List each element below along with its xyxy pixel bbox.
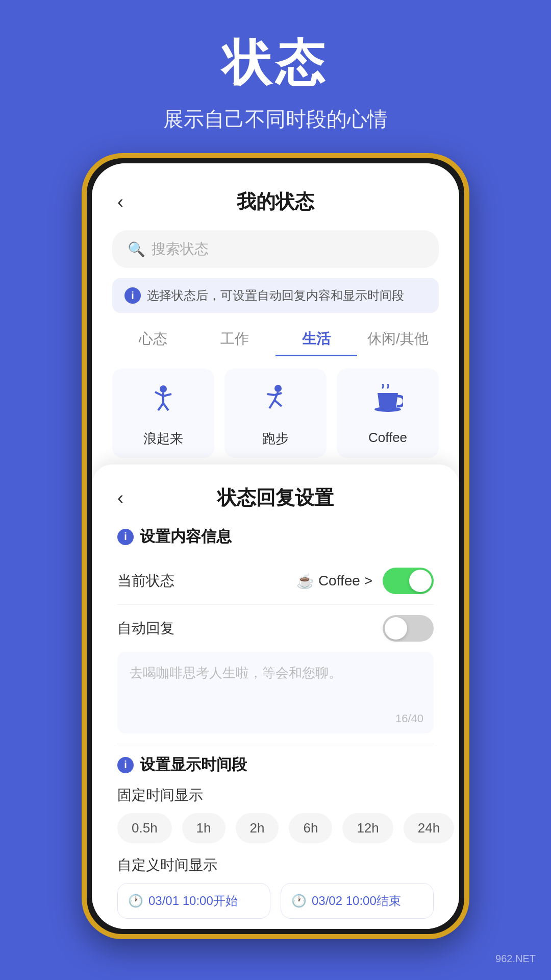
coffee-text: Coffee >	[318, 573, 372, 589]
info-text: 选择状态后，可设置自动回复内容和显示时间段	[147, 287, 404, 304]
run-label: 跑步	[262, 430, 289, 448]
current-status-row: 当前状态 ☕ Coffee >	[117, 557, 434, 605]
svg-line-9	[274, 393, 282, 395]
start-time-text: 03/01 10:00开始	[148, 893, 238, 909]
page-header: 状态 展示自己不同时段的心情	[0, 31, 551, 133]
clock-icon-end: 🕐	[291, 894, 307, 908]
coffee-icon-small: ☕	[296, 573, 314, 590]
search-icon: 🔍	[128, 241, 145, 258]
current-status-value[interactable]: ☕ Coffee >	[296, 573, 372, 590]
section1-icon: i	[117, 529, 134, 545]
time-chip-12h[interactable]: 12h	[342, 813, 393, 843]
end-time-picker[interactable]: 🕐 03/02 10:00结束	[281, 883, 434, 919]
time-chip-0.5h[interactable]: 0.5h	[117, 813, 172, 843]
custom-time-label: 自定义时间显示	[117, 857, 217, 873]
svg-line-8	[267, 394, 274, 395]
search-bar[interactable]: 🔍 搜索状态	[112, 230, 439, 268]
svg-point-0	[160, 385, 167, 393]
coffee-icon	[372, 384, 403, 422]
section1-header: i 设置内容信息	[117, 526, 434, 547]
time-chip-2h[interactable]: 2h	[236, 813, 279, 843]
svg-line-4	[158, 403, 163, 410]
time-chips: 0.5h 1h 2h 6h 12h 24h	[117, 813, 434, 843]
info-banner: i 选择状态后，可设置自动回复内容和显示时间段	[112, 278, 439, 313]
page-subtitle: 展示自己不同时段的心情	[0, 105, 551, 133]
wave-icon	[148, 384, 179, 422]
coffee-label: Coffee	[368, 430, 407, 446]
back-button-top[interactable]: ‹	[117, 191, 123, 213]
time-chip-24h[interactable]: 24h	[404, 813, 454, 843]
card-top-status: ‹ 我的状态 🔍 搜索状态 i 选择状态后，可设置自动回复内容和显示时间段 心态…	[92, 163, 459, 510]
section2-header: i 设置显示时间段	[117, 754, 434, 775]
phone-screen: ‹ 我的状态 🔍 搜索状态 i 选择状态后，可设置自动回复内容和显示时间段 心态…	[92, 163, 459, 929]
status-grid: 浪起来 跑步	[112, 369, 439, 458]
divider	[117, 744, 434, 744]
card-bottom-header: ‹ 状态回复设置	[92, 464, 459, 521]
svg-line-5	[163, 403, 168, 410]
phone-mockup: ‹ 我的状态 🔍 搜索状态 i 选择状态后，可设置自动回复内容和显示时间段 心态…	[82, 153, 469, 939]
fixed-time-label: 固定时间显示	[117, 787, 203, 803]
card-top-header: ‹ 我的状态	[92, 163, 459, 225]
svg-point-12	[374, 407, 401, 412]
card-top-title: 我的状态	[237, 189, 314, 215]
custom-time-row: 🕐 03/01 10:00开始 🕐 03/02 10:00结束	[117, 883, 434, 919]
svg-point-6	[274, 385, 282, 392]
section2-title: 设置显示时间段	[140, 754, 247, 775]
section2-icon: i	[117, 757, 134, 773]
tab-leisure[interactable]: 休闲/其他	[357, 323, 439, 356]
svg-line-2	[155, 392, 163, 396]
reply-placeholder-text: 去喝咖啡思考人生啦，等会和您聊。	[130, 665, 342, 680]
tab-bar: 心态 工作 生活 休闲/其他	[112, 323, 439, 356]
end-time-text: 03/02 10:00结束	[312, 893, 401, 909]
card-bottom-title: 状态回复设置	[217, 485, 334, 511]
clock-icon-start: 🕐	[128, 894, 143, 908]
search-placeholder: 搜索状态	[152, 239, 209, 259]
auto-reply-row: 自动回复	[117, 615, 434, 642]
tab-work[interactable]: 工作	[194, 323, 276, 356]
auto-reply-label: 自动回复	[117, 619, 174, 638]
toggle-status-on[interactable]	[383, 568, 434, 594]
reply-textarea[interactable]: 去喝咖啡思考人生啦，等会和您聊。 16/40	[117, 652, 434, 733]
svg-line-3	[163, 394, 171, 396]
time-chip-6h[interactable]: 6h	[289, 813, 332, 843]
start-time-picker[interactable]: 🕐 03/01 10:00开始	[117, 883, 270, 919]
toggle-auto-reply[interactable]	[383, 615, 434, 642]
svg-line-11	[274, 400, 282, 406]
back-button-bottom[interactable]: ‹	[117, 487, 123, 509]
time-chip-1h[interactable]: 1h	[182, 813, 226, 843]
wave-label: 浪起来	[143, 430, 183, 448]
status-card-coffee[interactable]: Coffee	[337, 369, 439, 458]
card-bottom-reply: ‹ 状态回复设置 i 设置内容信息 当前状态 ☕ Coffee > 自动回复	[92, 464, 459, 929]
watermark: 962.NET	[495, 953, 536, 965]
tab-mood[interactable]: 心态	[112, 323, 194, 356]
page-title: 状态	[0, 31, 551, 97]
status-card-run[interactable]: 跑步	[224, 369, 327, 458]
status-card-wave[interactable]: 浪起来	[112, 369, 214, 458]
tab-life[interactable]: 生活	[276, 323, 357, 356]
current-status-label: 当前状态	[117, 571, 174, 591]
section1-title: 设置内容信息	[140, 526, 232, 547]
run-icon	[260, 384, 291, 422]
char-count: 16/40	[395, 712, 423, 725]
info-icon: i	[124, 287, 141, 304]
svg-line-10	[269, 400, 274, 408]
